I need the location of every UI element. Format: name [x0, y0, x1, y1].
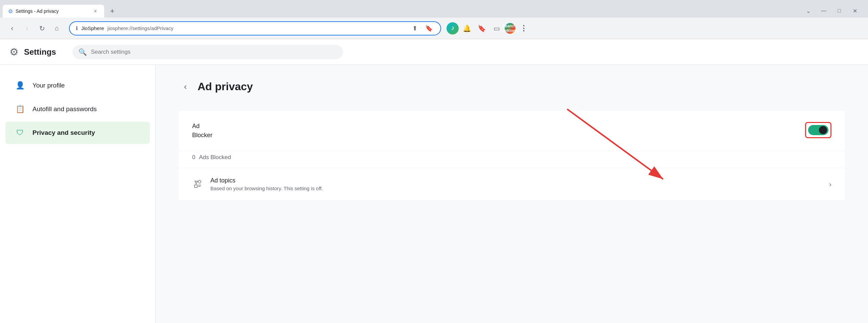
notifications-icon[interactable]: 🔔: [460, 22, 474, 35]
home-button[interactable]: ⌂: [50, 22, 64, 35]
back-button[interactable]: ‹: [179, 80, 192, 93]
minimize-button[interactable]: —: [816, 5, 831, 17]
svg-point-0: [198, 180, 201, 183]
jio-icon[interactable]: J: [447, 22, 459, 34]
ad-topics-label: Ad topics: [210, 177, 822, 184]
ad-blocker-section: Ad Blocker: [179, 111, 845, 151]
forward-button[interactable]: ›: [20, 22, 34, 35]
address-origin: JioSphere: [81, 25, 104, 31]
privacy-icon: 🛡: [15, 128, 25, 137]
share-button[interactable]: ⬆: [409, 23, 420, 34]
chevron-down-icon[interactable]: ⌄: [800, 5, 816, 17]
ad-topics-row[interactable]: Ad topics Based on your browsing history…: [179, 168, 845, 200]
address-path: jiosphere://settings/adPrivacy: [108, 25, 174, 31]
profile-avatar[interactable]: Search settings: [505, 23, 516, 34]
tab-favicon: ⚙: [8, 8, 13, 15]
active-tab[interactable]: ⚙ Settings - Ad privacy ×: [3, 5, 104, 18]
address-info-icon: ℹ: [76, 25, 78, 31]
window-controls: ⌄ — □ ✕: [800, 5, 868, 18]
reload-button[interactable]: ↻: [35, 22, 49, 35]
address-bar[interactable]: ℹ JioSphere jiosphere://settings/adPriva…: [69, 21, 441, 35]
toggle-highlight-box: [805, 122, 831, 138]
settings-title: Settings: [24, 47, 56, 57]
ad-blocker-content: Ad Blocker: [192, 122, 798, 140]
settings-gear-icon: ⚙: [9, 46, 19, 58]
ad-blocker-toggle[interactable]: [808, 125, 828, 135]
search-box[interactable]: 🔍: [72, 45, 343, 59]
sidebar-item-privacy[interactable]: 🛡 Privacy and security: [5, 122, 150, 144]
sidebar-toggle-icon[interactable]: ▭: [490, 22, 503, 35]
sidebar: 👤 Your profile 📋 Autofill and passwords …: [0, 65, 156, 323]
ads-blocked-count: 0: [192, 154, 195, 160]
sidebar-item-label: Your profile: [32, 82, 65, 89]
search-input[interactable]: [91, 49, 337, 55]
close-button[interactable]: ✕: [847, 5, 863, 17]
chevron-right-icon: ›: [829, 180, 831, 188]
settings-page: ⚙ Settings 🔍 👤 Your profile 📋 Autofill a…: [0, 39, 868, 323]
autofill-icon: 📋: [15, 105, 25, 114]
sidebar-item-label: Autofill and passwords: [32, 105, 97, 113]
ads-blocked-label: Ads Blocked: [199, 154, 231, 160]
menu-button[interactable]: ⋮: [517, 22, 530, 35]
bookmark-button[interactable]: 🔖: [424, 23, 434, 34]
ad-blocker-label: Ad Blocker: [192, 122, 798, 140]
page-header: ‹ Ad privacy: [179, 80, 845, 93]
maximize-button[interactable]: □: [831, 5, 847, 17]
tab-close-icon[interactable]: ×: [92, 8, 99, 15]
tab-title: Settings - Ad privacy: [16, 8, 89, 14]
back-button[interactable]: ‹: [5, 22, 19, 35]
browser-window: ⚙ Settings - Ad privacy × + ⌄ — □ ✕ ‹ › …: [0, 0, 868, 323]
extensions-icon[interactable]: 🔖: [475, 22, 488, 35]
ad-blocker-toggle-container: [805, 122, 831, 140]
svg-rect-1: [195, 185, 197, 188]
settings-header: ⚙ Settings 🔍: [0, 39, 868, 65]
page-title: Ad privacy: [198, 80, 253, 93]
search-icon: 🔍: [78, 48, 87, 56]
sidebar-item-label: Privacy and security: [32, 129, 95, 136]
toolbar: ‹ › ↻ ⌂ ℹ JioSphere jiosphere://settings…: [0, 18, 868, 39]
sidebar-item-autofill[interactable]: 📋 Autofill and passwords: [5, 98, 150, 120]
ads-blocked-row: 0 Ads Blocked: [179, 151, 845, 168]
settings-body: 👤 Your profile 📋 Autofill and passwords …: [0, 65, 868, 323]
ad-topics-icon: [192, 179, 203, 190]
toggle-knob: [819, 126, 827, 134]
main-content: ‹ Ad privacy Ad Blocker: [156, 65, 868, 323]
new-tab-button[interactable]: +: [106, 5, 119, 18]
ad-topics-content: Ad topics Based on your browsing history…: [210, 177, 822, 191]
your-profile-icon: 👤: [15, 81, 25, 90]
ad-topics-sublabel: Based on your browsing history. This set…: [210, 185, 822, 191]
sidebar-item-your-profile[interactable]: 👤 Your profile: [5, 74, 150, 97]
tab-bar: ⚙ Settings - Ad privacy × + ⌄ — □ ✕: [0, 0, 868, 18]
